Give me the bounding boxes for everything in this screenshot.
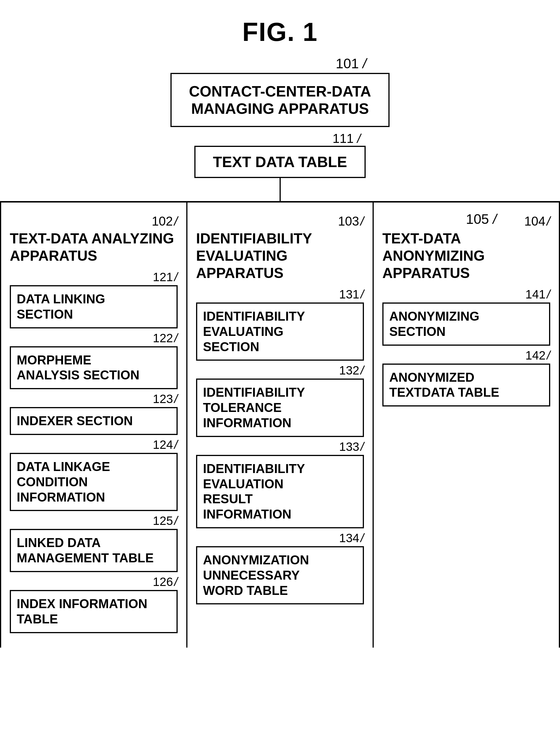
ref-142: 142 bbox=[525, 348, 546, 362]
column-103: 103 / IDENTIFIABILITY EVALUATING APPARAT… bbox=[187, 202, 374, 648]
ref-121: 121 bbox=[153, 270, 173, 284]
linked-data-management-table-box: LINKED DATA MANAGEMENT TABLE bbox=[10, 529, 178, 572]
data-linking-section-label: DATA LINKING SECTION bbox=[17, 292, 105, 321]
index-information-table-label: INDEX INFORMATION TABLE bbox=[17, 597, 147, 626]
col104-title: TEXT-DATA ANONYMIZING APPARATUS bbox=[382, 230, 550, 282]
text-data-table-box: TEXT DATA TABLE bbox=[194, 146, 365, 178]
identifiability-evaluation-result-box: IDENTIFIABILITY EVALUATION RESULT INFORM… bbox=[196, 455, 364, 528]
page-title: FIG. 1 bbox=[0, 0, 560, 47]
identifiability-evaluating-section-label: IDENTIFIABILITY EVALUATING SECTION bbox=[203, 309, 305, 354]
ref-141: 141 bbox=[525, 287, 546, 301]
ref-131: 131 bbox=[339, 287, 359, 301]
ref-101-label: 101 bbox=[336, 56, 359, 71]
ref-132: 132 bbox=[339, 363, 359, 377]
indexer-section-label: INDEXER SECTION bbox=[17, 414, 133, 428]
morpheme-analysis-section-box: MORPHEME ANALYSIS SECTION bbox=[10, 346, 178, 390]
morpheme-analysis-section-label: MORPHEME ANALYSIS SECTION bbox=[17, 353, 139, 382]
data-linkage-condition-box: DATA LINKAGE CONDITION INFORMATION bbox=[10, 453, 178, 511]
col102-title: TEXT-DATA ANALYZING APPARATUS bbox=[10, 230, 178, 264]
ref-124: 124 bbox=[153, 438, 173, 452]
ref-103-label: 103 bbox=[338, 214, 359, 228]
ref-102-label: 102 bbox=[152, 214, 173, 228]
anonymization-unnecessary-word-table-box: ANONYMIZATION UNNECESSARY WORD TABLE bbox=[196, 546, 364, 604]
ref-101-slash: / bbox=[362, 56, 366, 71]
anonymizing-section-box: ANONYMIZING SECTION bbox=[382, 302, 550, 346]
ref-133: 133 bbox=[339, 440, 359, 454]
data-linking-section-box: DATA LINKING SECTION bbox=[10, 285, 178, 328]
column-102: 102 / TEXT-DATA ANALYZING APPARATUS 121 … bbox=[0, 202, 187, 648]
linked-data-management-table-label: LINKED DATA MANAGEMENT TABLE bbox=[17, 536, 154, 565]
ref-111-label: 111 bbox=[333, 131, 354, 145]
connector-top bbox=[280, 178, 281, 201]
data-linkage-condition-label: DATA LINKAGE CONDITION INFORMATION bbox=[17, 460, 110, 504]
identifiability-tolerance-info-box: IDENTIFIABILITY TOLERANCE INFORMATION bbox=[196, 379, 364, 437]
ref-123: 123 bbox=[153, 392, 173, 406]
column-104: 104 / TEXT-DATA ANONYMIZING APPARATUS 14… bbox=[374, 202, 560, 648]
col103-title: IDENTIFIABILITY EVALUATING APPARATUS bbox=[196, 230, 364, 282]
identifiability-tolerance-info-label: IDENTIFIABILITY TOLERANCE INFORMATION bbox=[203, 385, 305, 430]
index-information-table-box: INDEX INFORMATION TABLE bbox=[10, 590, 178, 633]
main-apparatus-label: CONTACT-CENTER-DATA MANAGING APPARATUS bbox=[189, 83, 371, 117]
ref-111-slash: / bbox=[357, 131, 361, 145]
text-data-table-label: TEXT DATA TABLE bbox=[213, 153, 347, 170]
identifiability-evaluating-section-box: IDENTIFIABILITY EVALUATING SECTION bbox=[196, 302, 364, 361]
bottom-section: 105 / 102 / TEXT-DATA ANALYZING APPARATU… bbox=[0, 202, 560, 648]
anonymization-unnecessary-word-table-label: ANONYMIZATION UNNECESSARY WORD TABLE bbox=[203, 553, 309, 598]
identifiability-evaluation-result-label: IDENTIFIABILITY EVALUATION RESULT INFORM… bbox=[203, 462, 305, 521]
ref-126: 126 bbox=[153, 575, 173, 589]
ref-104-label: 104 bbox=[524, 214, 545, 228]
indexer-section-box: INDEXER SECTION bbox=[10, 407, 178, 435]
ref-134: 134 bbox=[339, 531, 359, 545]
ref-125: 125 bbox=[153, 514, 173, 528]
ref-122: 122 bbox=[153, 331, 173, 345]
anonymized-textdata-table-box: ANONYMIZED TEXTDATA TABLE bbox=[382, 363, 550, 407]
main-apparatus-box: CONTACT-CENTER-DATA MANAGING APPARATUS bbox=[170, 73, 390, 127]
anonymizing-section-label: ANONYMIZING SECTION bbox=[389, 309, 479, 338]
anonymized-textdata-table-label: ANONYMIZED TEXTDATA TABLE bbox=[389, 370, 499, 400]
